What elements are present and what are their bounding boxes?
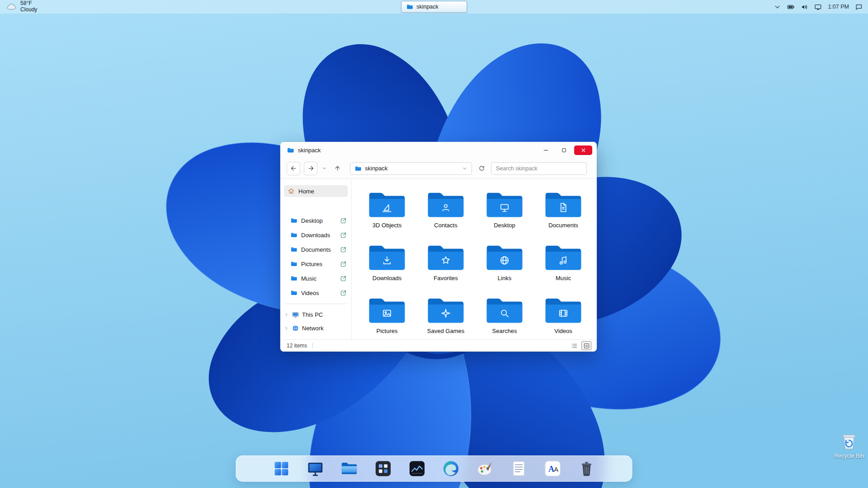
computer-icon [292,311,299,319]
forward-button[interactable] [304,162,317,175]
dock-item-notepad[interactable] [509,459,529,479]
close-button[interactable] [574,145,592,155]
folder-label: Downloads [373,275,401,282]
sidebar-item-home[interactable]: Home [284,185,348,197]
sidebar-item-documents[interactable]: Documents [280,242,351,257]
taskbar-item-label: skinpack [416,4,439,10]
sidebar-quick-list: Desktop Downloads Documents Pictures Mus… [280,213,351,300]
top-taskbar: 58°F Cloudy skinpack 1:07 PM [0,0,868,14]
weather-text: 58°F Cloudy [20,0,37,13]
file-explorer-window: skinpack skinpack [280,142,597,352]
sidebar-item-label: Desktop [301,217,323,224]
sidebar-item-label: Home [298,188,314,195]
folder-icon [484,295,525,326]
notification-icon[interactable] [855,3,863,11]
up-button[interactable] [331,162,344,175]
large-icons-view-button[interactable] [581,341,591,350]
folder-tile-searches[interactable]: Searches [476,295,533,339]
battery-icon[interactable] [787,3,795,11]
network-globe-icon [292,324,299,332]
window-controls [538,145,592,155]
folder-icon [290,260,297,267]
network-icon[interactable] [814,3,822,11]
folder-tile-desktop[interactable]: Desktop [476,189,533,242]
sidebar-item-pictures[interactable]: Pictures [280,257,351,271]
sidebar-item-label: Music [301,275,316,282]
folder-grid: 3D Objects Contacts Desktop Documents Do… [352,179,597,339]
sidebar-divider [285,304,347,304]
start-icon [272,459,291,478]
folder-label: Contacts [434,222,457,229]
folder-tile-3d-objects[interactable]: 3D Objects [359,189,415,242]
dock-item-paint[interactable] [475,459,495,479]
sidebar-item-this-pc[interactable]: This PC [280,308,351,321]
shortcut-icon [340,261,347,267]
folder-icon [290,246,297,253]
dock-item-start[interactable] [272,459,292,479]
folder-icon [542,295,584,326]
folder-icon [287,146,294,154]
chevron-right-icon[interactable] [284,326,289,331]
folder-label: Videos [554,328,572,334]
folder-label: Links [498,275,511,282]
folder-tile-documents[interactable]: Documents [535,189,591,242]
folder-label: Desktop [494,222,515,229]
minimize-button[interactable] [538,145,553,155]
shortcut-icon [340,275,347,282]
folder-tile-saved-games[interactable]: Saved Games [418,295,474,339]
dock-item-trash[interactable] [577,459,597,479]
sidebar-item-label: Videos [301,290,319,296]
dock-item-fonts[interactable]: AA [543,459,563,479]
dock-item-system-monitor[interactable] [407,459,427,479]
shortcut-icon [340,217,347,224]
folder-label: Music [556,275,571,282]
maximize-button[interactable] [556,145,571,155]
sidebar-item-desktop[interactable]: Desktop [280,213,351,228]
refresh-button[interactable] [476,163,487,174]
folder-tile-videos[interactable]: Videos [535,295,591,339]
address-bar[interactable]: skinpack [350,162,472,175]
folder-tile-pictures[interactable]: Pictures [359,295,415,339]
dock-item-desktop[interactable] [306,459,326,479]
folder-icon [542,242,584,273]
recycle-bin-desktop-icon[interactable]: Recycle Bin [828,431,868,459]
search-input[interactable] [491,162,587,175]
sidebar-item-label: Pictures [301,261,322,267]
volume-icon[interactable] [801,3,808,11]
chevron-right-icon[interactable] [284,312,289,317]
sidebar-item-label: Network [302,325,324,332]
clock[interactable]: 1:07 PM [828,4,849,10]
back-button[interactable] [287,162,300,175]
folder-icon [366,189,408,221]
sidebar-item-downloads[interactable]: Downloads [280,228,351,242]
folder-label: Pictures [377,328,398,334]
folder-tile-music[interactable]: Music [535,242,591,295]
fonts-icon: AA [543,459,562,478]
folder-icon [406,3,413,10]
folder-tile-downloads[interactable]: Downloads [359,242,415,295]
details-view-button[interactable] [569,341,579,350]
sidebar-item-music[interactable]: Music [280,271,351,286]
shortcut-icon [340,246,347,253]
dock-item-file-explorer[interactable] [340,459,359,479]
recent-locations-button[interactable] [321,163,327,174]
dock-item-edge[interactable] [441,459,461,479]
sidebar-item-videos[interactable]: Videos [280,286,351,300]
dock-item-app-tiles[interactable] [373,459,393,479]
folder-icon [290,231,297,239]
desktop-monitor-icon [306,459,325,478]
folder-tile-favorites[interactable]: Favorites [418,242,474,295]
weather-widget[interactable]: 58°F Cloudy [5,0,37,13]
folder-tile-contacts[interactable]: Contacts [418,189,474,242]
window-titlebar[interactable]: skinpack [280,142,597,158]
folder-icon [425,295,467,326]
sidebar-item-network[interactable]: Network [280,321,351,335]
folder-label: Favorites [434,275,458,282]
chevron-down-icon[interactable] [774,3,781,11]
chevron-down-icon[interactable] [462,166,467,171]
folder-tile-links[interactable]: Links [476,242,533,295]
explorer-body: Home Desktop Downloads Documents Picture… [280,179,597,339]
sidebar-item-label: Downloads [301,232,330,239]
taskbar-item-skinpack[interactable]: skinpack [401,1,467,13]
folder-icon [484,189,525,221]
